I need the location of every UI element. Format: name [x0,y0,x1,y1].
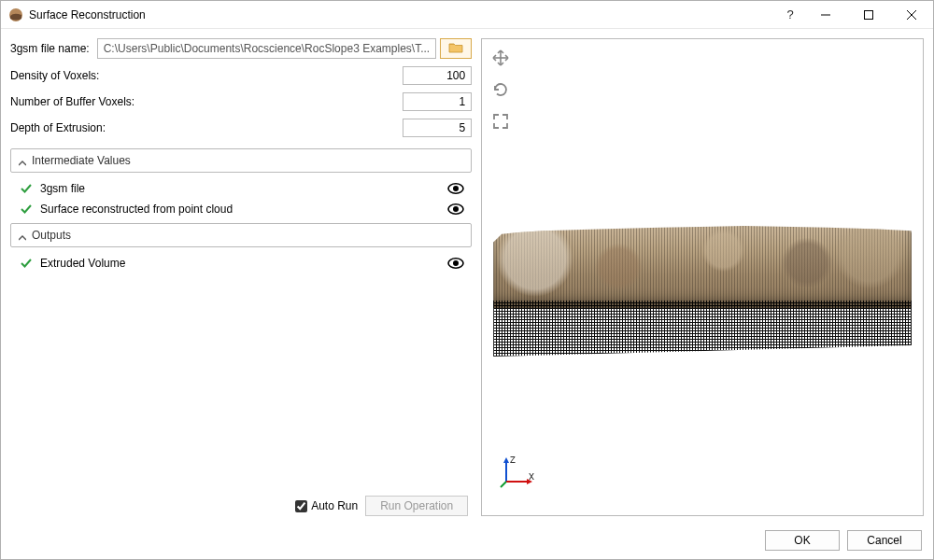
reconstructed-volume-preview [493,226,912,347]
item-label: Surface reconstructed from point cloud [40,203,447,216]
ok-button[interactable]: OK [765,530,840,551]
reset-view-tool[interactable] [489,78,512,101]
dialog-footer: OK Cancel [1,522,933,559]
run-operation-button: Run Operation [365,496,468,516]
browse-button[interactable] [440,38,472,59]
settings-panel: 3gsm file name: C:\Users\Public\Document… [10,38,472,516]
svg-point-6 [453,186,459,191]
intermediate-values-header[interactable]: Intermediate Values [10,148,472,173]
list-item: 3gsm file [10,178,472,199]
fit-view-tool[interactable] [489,110,512,133]
visibility-toggle[interactable] [447,203,464,216]
outputs-header[interactable]: Outputs [10,223,472,247]
depth-extrusion-input[interactable] [403,119,472,137]
list-item: Surface reconstructed from point cloud [10,199,472,219]
check-icon [20,203,33,216]
svg-rect-2 [865,10,873,19]
app-icon [8,7,23,22]
svg-text:x: x [529,469,534,483]
density-input[interactable] [403,66,472,85]
visibility-toggle[interactable] [447,257,464,270]
svg-line-19 [501,482,506,487]
svg-marker-14 [503,457,509,463]
folder-icon [448,41,463,57]
cancel-button[interactable]: Cancel [847,530,922,551]
auto-run-checkbox-label: Auto Run [295,499,358,512]
depth-extrusion-label: Depth of Extrusion: [10,121,403,134]
window-title: Surface Reconstruction [29,8,146,21]
svg-point-10 [453,260,459,266]
chevron-up-icon [19,231,26,239]
auto-run-checkbox[interactable] [295,500,307,512]
file-name-label: 3gsm file name: [10,42,97,55]
buffer-voxels-label: Number of Buffer Voxels: [10,95,403,108]
pan-tool[interactable] [489,47,512,69]
check-icon [20,257,33,270]
close-button[interactable] [890,1,933,29]
item-label: Extruded Volume [40,257,447,270]
svg-point-8 [453,206,459,212]
chevron-up-icon [19,157,26,164]
check-icon [20,182,33,195]
visibility-toggle[interactable] [447,182,464,195]
file-path-input[interactable]: C:\Users\Public\Documents\Rocscience\Roc… [97,38,436,59]
help-button[interactable]: ? [776,1,804,29]
minimize-button[interactable] [804,1,847,29]
axis-gizmo[interactable]: z x [499,452,536,489]
dialog-body: 3gsm file name: C:\Users\Public\Document… [1,29,933,559]
titlebar: Surface Reconstruction ? [1,1,933,29]
svg-text:z: z [510,453,516,466]
maximize-button[interactable] [847,1,890,29]
density-label: Density of Voxels: [10,69,403,82]
preview-viewport[interactable]: z x [481,38,924,516]
dialog-window: Surface Reconstruction ? 3gsm file name:… [0,0,934,560]
list-item: Extruded Volume [10,253,472,273]
item-label: 3gsm file [40,182,447,195]
buffer-voxels-input[interactable] [403,92,472,111]
